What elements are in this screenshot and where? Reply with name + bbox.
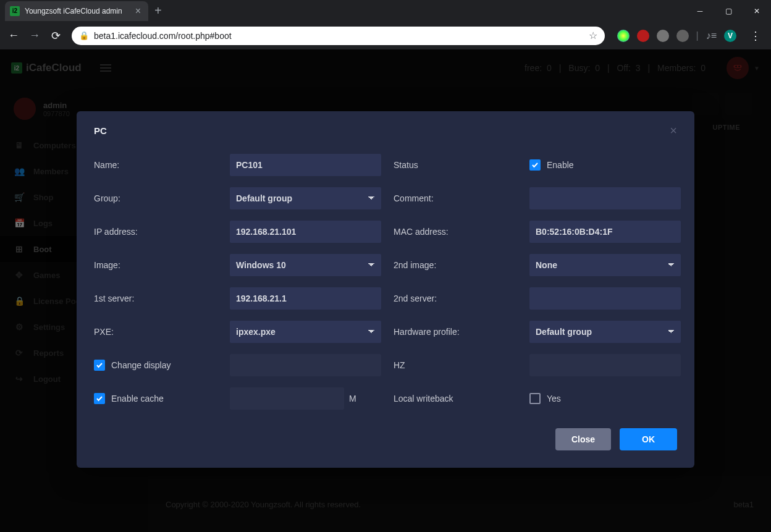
label-server2: 2nd server: — [394, 293, 517, 303]
close-window-button[interactable]: ✕ — [743, 1, 771, 21]
label-hw: Hardware profile: — [394, 327, 517, 337]
pc-modal: PC × Name: Status Enable Group: Default … — [77, 111, 694, 468]
extension-icons: | ♪≡ V — [612, 30, 742, 42]
maximize-button[interactable]: ▢ — [714, 1, 743, 21]
back-button[interactable]: ← — [5, 27, 22, 44]
local-writeback-checkbox[interactable] — [529, 393, 541, 404]
group-select[interactable]: Default group — [230, 187, 381, 209]
label-status: Status — [394, 160, 517, 170]
name-input[interactable] — [230, 154, 381, 176]
ok-button[interactable]: OK — [620, 428, 677, 450]
extension-icon[interactable] — [637, 30, 649, 42]
close-button[interactable]: Close — [555, 428, 611, 450]
ip-input[interactable] — [230, 221, 381, 243]
cache-unit: M — [349, 394, 356, 403]
new-tab-button[interactable]: + — [154, 4, 162, 18]
tab-close-icon[interactable]: × — [133, 6, 143, 17]
hz-select[interactable] — [529, 354, 681, 376]
mac-input[interactable] — [529, 221, 681, 243]
image2-select[interactable]: None — [529, 254, 681, 276]
label-pxe: PXE: — [94, 327, 217, 337]
modal-footer: Close OK — [77, 415, 694, 468]
cache-input[interactable] — [230, 387, 344, 410]
image-select[interactable]: Windows 10 — [230, 254, 381, 276]
server2-input[interactable] — [529, 287, 681, 310]
label-image2: 2nd image: — [394, 260, 517, 270]
label-enable-cache: Enable cache — [111, 394, 164, 403]
label-image: Image: — [94, 260, 217, 270]
modal-close-icon[interactable]: × — [670, 124, 677, 138]
modal-header: PC × — [77, 111, 694, 144]
display-select[interactable] — [230, 354, 381, 376]
browser-menu-button[interactable]: ⋮ — [745, 29, 766, 43]
label-group: Group: — [94, 193, 217, 203]
pxe-select[interactable]: ipxex.pxe — [230, 321, 381, 343]
comment-input[interactable] — [529, 187, 681, 209]
browser-toolbar: ← → ⟳ 🔒 beta1.icafecloud.com/root.php#bo… — [0, 22, 771, 49]
extension-icon[interactable] — [657, 30, 669, 42]
titlebar: i2 Youngzsoft iCafeCloud admin × + ─ ▢ ✕ — [0, 0, 771, 22]
browser-chrome: i2 Youngzsoft iCafeCloud admin × + ─ ▢ ✕… — [0, 0, 771, 49]
label-comment: Comment: — [394, 193, 517, 203]
app: i2 iCafeCloud free:0 | Busy:0 | Off:3 | … — [0, 49, 771, 532]
profile-avatar[interactable]: V — [724, 30, 736, 42]
separator: | — [696, 30, 699, 41]
modal-title: PC — [94, 125, 107, 136]
label-name: Name: — [94, 160, 217, 170]
url-text: beta1.icafecloud.com/root.php#boot — [94, 31, 589, 41]
label-enable: Enable — [547, 160, 574, 170]
label-yes: Yes — [547, 394, 561, 403]
media-icon[interactable]: ♪≡ — [706, 30, 717, 41]
extension-icon[interactable] — [617, 30, 630, 42]
label-server1: 1st server: — [94, 293, 217, 303]
modal-body: Name: Status Enable Group: Default group… — [77, 144, 694, 415]
enable-checkbox[interactable] — [529, 159, 541, 171]
server1-input[interactable] — [230, 287, 381, 310]
forward-button[interactable]: → — [26, 27, 43, 44]
label-local-writeback: Local writeback — [394, 394, 517, 403]
reload-button[interactable]: ⟳ — [47, 27, 64, 44]
lock-icon: 🔒 — [79, 31, 89, 40]
hw-select[interactable]: Default group — [529, 321, 681, 343]
label-mac: MAC address: — [394, 227, 517, 237]
extension-icon[interactable] — [676, 30, 689, 42]
tab-favicon: i2 — [10, 6, 20, 16]
label-hz: HZ — [394, 360, 517, 370]
bookmark-star-icon[interactable]: ☆ — [589, 30, 597, 41]
browser-tab[interactable]: i2 Youngzsoft iCafeCloud admin × — [5, 1, 148, 21]
change-display-checkbox[interactable] — [94, 360, 105, 371]
label-ip: IP address: — [94, 227, 217, 237]
window-controls: ─ ▢ ✕ — [686, 1, 771, 21]
address-bar[interactable]: 🔒 beta1.icafecloud.com/root.php#boot ☆ — [72, 27, 605, 45]
label-change-display: Change display — [111, 360, 171, 370]
enable-cache-checkbox[interactable] — [94, 393, 105, 404]
tab-title: Youngzsoft iCafeCloud admin — [25, 7, 133, 15]
minimize-button[interactable]: ─ — [686, 1, 714, 21]
